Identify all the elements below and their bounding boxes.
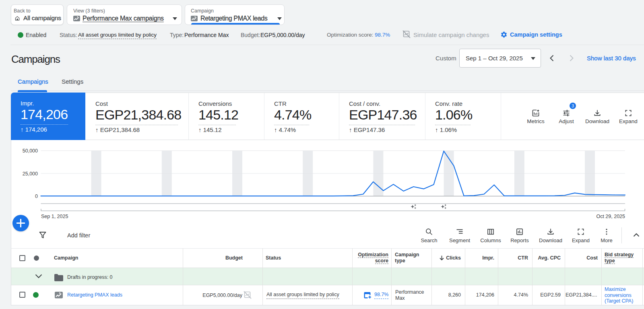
svg-text:Oct 29, 2025: Oct 29, 2025 (596, 214, 625, 219)
svg-text:50,000: 50,000 (23, 148, 38, 154)
svg-text:0: 0 (35, 194, 38, 199)
svg-text:Sep 1, 2025: Sep 1, 2025 (41, 214, 68, 219)
svg-text:25,000: 25,000 (23, 171, 38, 177)
